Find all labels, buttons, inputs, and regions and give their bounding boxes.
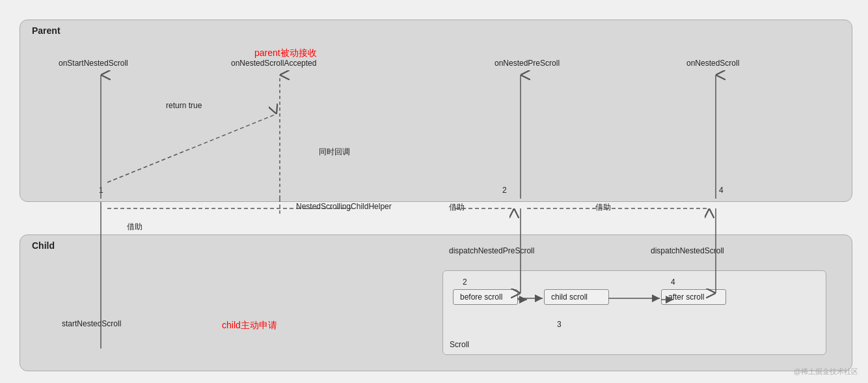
num4-parent-label: 4 bbox=[719, 186, 724, 195]
step2-label: 2 bbox=[463, 277, 467, 287]
num2-parent-label: 2 bbox=[502, 186, 507, 195]
step3-label: 3 bbox=[557, 320, 562, 329]
diagram-container: Parent parent被动接收 Child child主动申请 onStar… bbox=[0, 0, 868, 383]
child-scroll-label: child scroll bbox=[551, 292, 588, 302]
dispatch-nested-scroll-label: dispatchNestedScroll bbox=[651, 246, 724, 255]
helper-label: NestedScrollingChildHelper bbox=[296, 202, 392, 211]
on-nested-scroll-label: onNestedScroll bbox=[686, 59, 739, 68]
after-scroll-box: after scroll bbox=[661, 289, 726, 305]
parent-passive-label: parent被动接收 bbox=[254, 48, 317, 59]
return-true-label: return true bbox=[166, 101, 202, 110]
borrow2-label: 借助 bbox=[449, 202, 465, 213]
parent-label: Parent bbox=[32, 25, 61, 36]
borrow3-label: 借助 bbox=[595, 202, 611, 213]
on-start-nested-scroll-label: onStartNestedScroll bbox=[59, 59, 128, 68]
on-nested-pre-scroll-label: onNestedPreScroll bbox=[495, 59, 560, 68]
before-scroll-label: before scroll bbox=[460, 292, 502, 302]
child-scroll-box: child scroll bbox=[544, 289, 609, 305]
after-scroll-label: after scroll bbox=[668, 292, 704, 302]
start-nested-scroll-label: startNestedScroll bbox=[62, 319, 121, 328]
scroll-label: Scroll bbox=[450, 340, 469, 349]
on-nested-scroll-accepted-label: onNestedScrollAccepted bbox=[231, 59, 316, 68]
scroll-subbox: Scroll 2 3 4 before scroll child scroll … bbox=[442, 270, 826, 355]
child-label: Child bbox=[32, 240, 55, 251]
num1-label: 1 bbox=[99, 186, 103, 195]
before-scroll-box: before scroll bbox=[453, 289, 518, 305]
simultaneous-callback-label: 同时回调 bbox=[319, 147, 350, 158]
watermark: @稀土掘金技术社区 bbox=[794, 367, 858, 376]
child-active-label: child主动申请 bbox=[222, 320, 277, 332]
step4-label: 4 bbox=[671, 277, 675, 287]
borrow1-label: 借助 bbox=[127, 221, 142, 233]
dispatch-nested-pre-scroll-label: dispatchNestedPreScroll bbox=[449, 246, 534, 255]
parent-box: Parent parent被动接收 bbox=[20, 20, 852, 202]
